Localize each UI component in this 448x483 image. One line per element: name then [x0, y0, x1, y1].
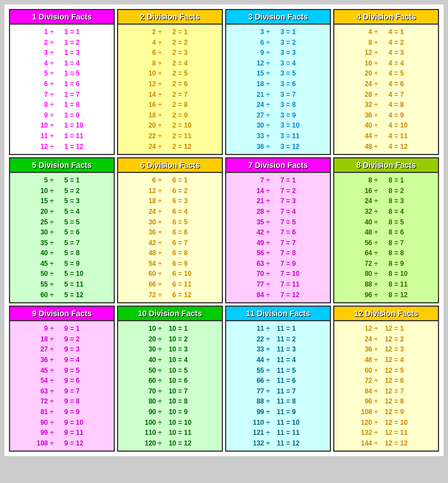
fact-row: 45÷9=5: [11, 365, 113, 376]
fact-cell: 2: [400, 37, 413, 48]
fact-row: 24÷3=8: [227, 100, 329, 110]
fact-cell: 4: [380, 131, 393, 142]
fact-cell: ÷: [374, 344, 379, 355]
fact-cell: 3: [184, 196, 197, 207]
fact-cell: 1: [400, 175, 413, 186]
section-body-1: 1÷1=12÷1=23÷1=34÷1=45÷1=56÷1=67÷1=78÷1=8…: [10, 25, 114, 154]
fact-cell: 2: [76, 186, 88, 196]
fact-cell: ÷: [157, 196, 163, 207]
fact-cell: ÷: [157, 79, 163, 90]
fact-row: 40÷5=8: [11, 248, 113, 259]
fact-cell: 2: [164, 110, 176, 121]
fact-cell: 11: [184, 279, 197, 290]
fact-cell: 6: [164, 217, 176, 228]
section-body-6: 6÷6=112÷6=218÷6=324÷6=430÷6=536÷6=642÷6=…: [118, 173, 222, 302]
fact-cell: ÷: [49, 248, 55, 259]
fact-cell: 5: [400, 217, 413, 228]
fact-cell: 10: [164, 334, 176, 345]
fact-cell: 8: [400, 100, 413, 110]
fact-cell: 12: [380, 323, 393, 334]
section-1: 1 Division Facts1÷1=12÷1=23÷1=34÷1=45÷1=…: [9, 9, 115, 155]
fact-cell: 4: [380, 100, 393, 110]
fact-row: 90÷10=9: [119, 407, 221, 418]
fact-row: 8÷4=2: [335, 37, 437, 48]
fact-cell: =: [286, 355, 291, 365]
fact-cell: ÷: [157, 407, 163, 418]
fact-cell: 4: [380, 90, 393, 100]
fact-cell: ÷: [157, 279, 163, 290]
section-7: 7 Division Facts7÷7=114÷7=221÷7=328÷7=43…: [225, 157, 331, 303]
fact-cell: 77: [252, 386, 264, 397]
fact-cell: 4: [184, 355, 197, 365]
fact-cell: 60: [360, 365, 372, 376]
fact-cell: 6: [144, 175, 156, 186]
fact-cell: ÷: [374, 269, 379, 279]
fact-cell: 4: [36, 58, 48, 69]
fact-cell: 11: [184, 428, 197, 438]
section-12: 12 Division Facts12÷12=124÷12=236÷12=348…: [333, 306, 439, 452]
fact-cell: ÷: [49, 90, 55, 100]
fact-row: 36÷4=9: [335, 110, 437, 121]
fact-cell: 84: [360, 386, 372, 397]
fact-cell: 7: [272, 290, 284, 301]
fact-cell: 5: [184, 217, 197, 228]
fact-cell: =: [69, 334, 75, 345]
fact-cell: 8: [360, 175, 372, 186]
fact-cell: 5: [56, 186, 68, 196]
fact-cell: 1: [76, 27, 88, 37]
fact-cell: ÷: [265, 100, 271, 110]
fact-row: 88÷8=11: [335, 279, 437, 290]
fact-cell: 10: [184, 269, 197, 279]
fact-cell: 16: [144, 100, 156, 110]
fact-cell: 18: [144, 110, 156, 121]
fact-cell: 30: [144, 217, 156, 228]
fact-cell: 10: [36, 186, 48, 196]
fact-cell: 4: [400, 58, 413, 69]
fact-cell: =: [394, 259, 399, 269]
fact-cell: =: [394, 48, 399, 58]
fact-cell: 8: [76, 100, 88, 110]
fact-cell: ÷: [49, 269, 55, 279]
fact-cell: ÷: [157, 207, 163, 217]
fact-cell: =: [394, 386, 399, 397]
fact-cell: 1: [56, 90, 68, 100]
fact-cell: ÷: [265, 131, 271, 142]
fact-row: 121÷11=11: [227, 428, 329, 438]
fact-row: 27÷3=9: [227, 110, 329, 121]
fact-row: 21÷3=7: [227, 90, 329, 100]
fact-cell: 48: [360, 227, 372, 238]
fact-cell: =: [178, 323, 183, 334]
fact-cell: 10: [400, 269, 413, 279]
section-body-3: 3÷3=16÷3=29÷3=312÷3=415÷3=518÷3=621÷3=72…: [226, 25, 330, 154]
fact-cell: 4: [76, 58, 88, 69]
fact-cell: ÷: [265, 323, 271, 334]
fact-cell: 10: [164, 428, 176, 438]
fact-row: 20÷2=10: [119, 120, 221, 131]
fact-cell: 6: [184, 227, 197, 238]
fact-cell: 9: [184, 259, 197, 269]
fact-cell: ÷: [374, 131, 379, 142]
fact-cell: 50: [36, 269, 48, 279]
fact-row: 36÷3=12: [227, 142, 329, 152]
fact-cell: ÷: [157, 27, 163, 37]
fact-cell: 24: [360, 334, 372, 345]
fact-cell: =: [394, 175, 399, 186]
fact-cell: 2: [164, 142, 176, 152]
fact-cell: 35: [36, 238, 48, 248]
fact-cell: ÷: [374, 120, 379, 131]
fact-cell: 2: [76, 334, 88, 345]
fact-cell: =: [286, 396, 291, 407]
fact-cell: 12: [144, 186, 156, 196]
fact-cell: ÷: [374, 290, 379, 301]
section-body-11: 11÷11=122÷11=233÷11=344÷11=455÷11=566÷11…: [226, 321, 330, 451]
section-header-7: 7 Division Facts: [226, 158, 330, 173]
fact-cell: ÷: [374, 438, 379, 449]
fact-row: 20÷4=5: [335, 68, 437, 79]
fact-row: 24÷8=3: [335, 196, 437, 207]
fact-cell: ÷: [49, 227, 55, 238]
section-4: 4 Division Facts4÷4=18÷4=212÷4=316÷4=420…: [333, 9, 439, 155]
fact-cell: 12: [400, 142, 413, 152]
fact-cell: =: [178, 27, 183, 37]
fact-cell: ÷: [157, 110, 163, 121]
fact-cell: 7: [76, 90, 88, 100]
